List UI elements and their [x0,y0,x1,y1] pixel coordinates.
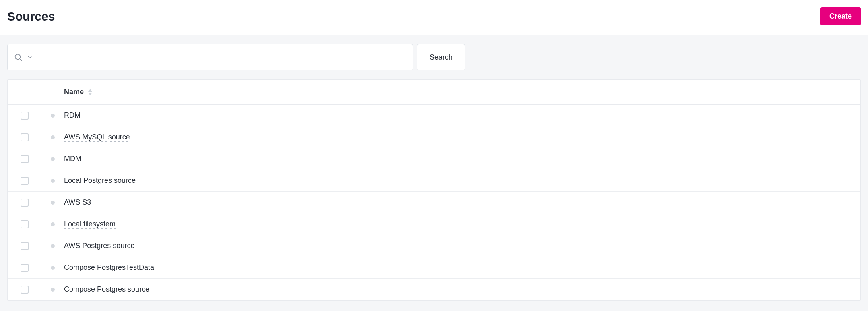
row-name-cell: RDM [64,111,860,120]
search-wrapper [7,44,413,70]
svg-marker-3 [88,93,92,95]
row-checkbox[interactable] [21,155,29,163]
status-dot-icon [51,179,55,183]
row-name-cell: Local filesystem [64,220,860,229]
svg-marker-2 [88,89,92,92]
row-checkbox-cell [8,199,41,207]
table-row: AWS Postgres source [8,235,860,257]
status-dot-icon [51,266,55,270]
row-checkbox[interactable] [21,264,29,272]
table-row: AWS S3 [8,192,860,213]
source-link[interactable]: AWS MySQL source [64,133,130,142]
row-checkbox[interactable] [21,199,29,207]
row-checkbox[interactable] [21,286,29,294]
row-checkbox-cell [8,264,41,272]
search-input[interactable] [7,44,413,70]
table-row: Compose Postgres source [8,279,860,300]
table-row: MDM [8,148,860,170]
row-checkbox-cell [8,286,41,294]
name-column-label: Name [64,88,84,96]
row-status-cell [41,179,64,183]
row-checkbox-cell [8,112,41,120]
row-name-cell: MDM [64,155,860,164]
source-link[interactable]: Local Postgres source [64,176,136,185]
search-filter-toggle[interactable] [14,53,33,62]
col-header-name[interactable]: Name [64,88,860,96]
row-checkbox[interactable] [21,133,29,141]
row-checkbox-cell [8,177,41,185]
row-status-cell [41,157,64,161]
row-name-cell: AWS Postgres source [64,242,860,250]
table-row: AWS MySQL source [8,126,860,148]
row-checkbox[interactable] [21,220,29,228]
row-status-cell [41,288,64,292]
row-name-cell: AWS S3 [64,198,860,207]
source-link[interactable]: MDM [64,155,81,164]
row-checkbox-cell [8,220,41,228]
row-status-cell [41,266,64,270]
row-name-cell: Compose PostgresTestData [64,263,860,272]
row-checkbox[interactable] [21,242,29,250]
create-button[interactable]: Create [820,7,861,25]
status-dot-icon [51,201,55,205]
source-link[interactable]: Compose PostgresTestData [64,263,154,272]
status-dot-icon [51,222,55,226]
row-status-cell [41,244,64,248]
row-checkbox-cell [8,133,41,141]
row-status-cell [41,114,64,118]
row-checkbox-cell [8,155,41,163]
table-row: Local Postgres source [8,170,860,192]
status-dot-icon [51,135,55,139]
status-dot-icon [51,114,55,118]
status-dot-icon [51,288,55,292]
row-checkbox[interactable] [21,112,29,120]
row-checkbox-cell [8,242,41,250]
source-link[interactable]: Compose Postgres source [64,285,149,294]
row-name-cell: Local Postgres source [64,176,860,185]
table-header: Name [8,80,860,105]
source-link[interactable]: Local filesystem [64,220,116,229]
source-link[interactable]: AWS Postgres source [64,242,134,250]
table-row: Compose PostgresTestData [8,257,860,279]
sources-table: Name RDMAWS MySQL sourceMDMLocal Postgre… [7,79,861,301]
row-name-cell: AWS MySQL source [64,133,860,142]
sort-icon [88,89,93,95]
table-row: Local filesystem [8,213,860,235]
table-row: RDM [8,105,860,126]
content-area: Search Name RDMAWS MySQL sourceMDMLocal … [0,35,868,311]
chevron-down-icon [27,54,33,60]
search-icon [14,53,23,62]
source-link[interactable]: RDM [64,111,81,120]
status-dot-icon [51,244,55,248]
row-name-cell: Compose Postgres source [64,285,860,294]
page-title: Sources [7,10,55,23]
search-row: Search [7,44,861,70]
row-status-cell [41,222,64,226]
source-link[interactable]: AWS S3 [64,198,91,207]
row-checkbox[interactable] [21,177,29,185]
row-status-cell [41,201,64,205]
status-dot-icon [51,157,55,161]
row-status-cell [41,135,64,139]
svg-line-1 [20,59,21,60]
page-header: Sources Create [0,0,868,35]
search-button[interactable]: Search [417,44,465,70]
